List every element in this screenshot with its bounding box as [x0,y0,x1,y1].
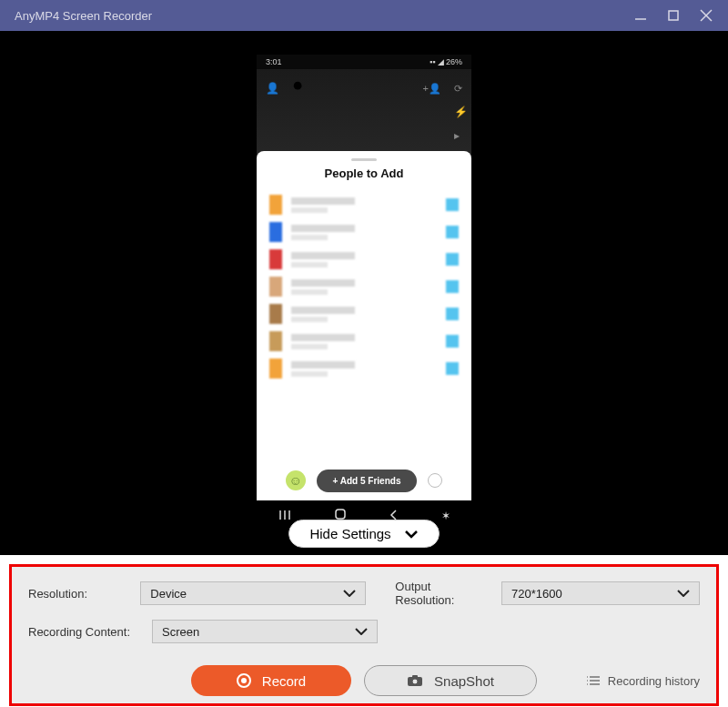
contact-name [291,249,437,269]
contacts-list[interactable] [257,191,471,460]
profile-icon[interactable]: 👤 [266,82,279,95]
recording-content-value: Screen [162,625,199,639]
contact-row[interactable] [257,218,471,246]
contact-name [291,304,437,324]
app-camera-background: 👤 +👤 ⟳ ⚡ ▸ [257,69,471,157]
recording-content-label: Recording Content: [28,625,141,639]
record-button[interactable]: Record [191,665,351,696]
video-icon[interactable]: ▸ [454,129,468,142]
svg-point-4 [294,82,302,90]
chevron-down-icon [404,530,419,539]
add-contact-button[interactable] [446,280,459,293]
svg-rect-1 [669,11,678,20]
contact-row[interactable] [257,300,471,328]
record-icon [237,673,251,688]
recording-history-link[interactable]: Recording history [586,674,700,688]
contact-name [291,195,437,215]
add-contact-button[interactable] [446,308,459,320]
add-contact-button[interactable] [446,253,459,266]
contact-row[interactable] [257,246,471,273]
chevron-down-icon [355,628,368,635]
minimize-button[interactable] [633,8,648,23]
list-icon [586,675,601,686]
camera-side-controls: ⚡ ▸ [454,106,468,142]
add-friends-button[interactable]: + Add 5 Friends [317,470,418,492]
sheet-title: People to Add [257,167,471,180]
add-contact-button[interactable] [446,335,459,348]
phone-preview-area: 3:01 ▪▪ ◢ 26% 👤 +👤 ⟳ ⚡ ▸ People to Ad [0,31,728,555]
contact-name [291,331,437,351]
sheet-bottom-bar: ☺ + Add 5 Friends [257,460,471,500]
snapshot-label: SnapShot [434,673,494,689]
app-topbar: 👤 +👤 ⟳ [257,75,471,102]
chevron-down-icon [677,590,690,597]
svg-rect-12 [412,675,418,678]
bottom-sheet: People to Add ☺ + Add 5 Friends [257,151,471,500]
add-contact-button[interactable] [446,198,459,211]
output-resolution-select[interactable]: 720*1600 [501,581,700,605]
flip-camera-icon[interactable]: ⟳ [454,83,462,95]
selection-circle[interactable] [428,473,442,488]
contact-row[interactable] [257,191,471,218]
svg-point-11 [412,679,418,684]
my-avatar-icon[interactable]: ☺ [286,470,306,490]
phone-status-icons: ▪▪ ◢ 26% [430,57,462,66]
add-contact-button[interactable] [446,226,459,238]
add-contact-button[interactable] [446,362,459,375]
flash-icon[interactable]: ⚡ [454,106,468,118]
maximize-button[interactable] [666,8,681,23]
add-friend-icon[interactable]: +👤 [423,83,441,95]
svg-rect-9 [336,510,345,519]
window-controls [633,8,713,23]
record-label: Record [262,673,306,689]
phone-mirror[interactable]: 3:01 ▪▪ ◢ 26% 👤 +👤 ⟳ ⚡ ▸ People to Ad [257,55,471,531]
contact-row[interactable] [257,273,471,300]
svg-line-5 [301,89,305,93]
contact-avatar [269,195,282,215]
search-icon[interactable] [292,80,305,96]
contact-avatar [269,331,282,351]
contact-name [291,359,437,379]
contact-name [291,277,437,297]
contact-avatar [269,304,282,324]
recording-content-select[interactable]: Screen [152,620,378,643]
chevron-down-icon [343,590,356,597]
phone-time: 3:01 [266,57,282,66]
resolution-select[interactable]: Device [140,581,366,605]
contact-row[interactable] [257,355,471,382]
sheet-handle[interactable] [351,158,377,161]
window-title: AnyMP4 Screen Recorder [15,9,633,23]
contact-avatar [269,277,282,297]
contact-avatar [269,359,282,379]
hide-settings-toggle[interactable]: Hide Settings [288,520,439,548]
contact-avatar [269,249,282,269]
output-resolution-value: 720*1600 [511,587,562,601]
snapshot-button[interactable]: SnapShot [364,665,537,696]
close-button[interactable] [699,8,713,23]
phone-statusbar: 3:01 ▪▪ ◢ 26% [257,55,471,69]
hide-settings-label: Hide Settings [309,526,390,541]
contact-name [291,222,437,242]
contact-row[interactable] [257,328,471,355]
titlebar: AnyMP4 Screen Recorder [0,0,728,31]
output-resolution-label: Output Resolution: [395,580,483,607]
settings-panel: Resolution: Device Output Resolution: 72… [9,564,719,706]
camera-icon [407,674,423,687]
resolution-label: Resolution: [28,587,129,601]
contact-avatar [269,222,282,242]
resolution-value: Device [150,587,187,601]
recording-history-label: Recording history [608,674,700,688]
